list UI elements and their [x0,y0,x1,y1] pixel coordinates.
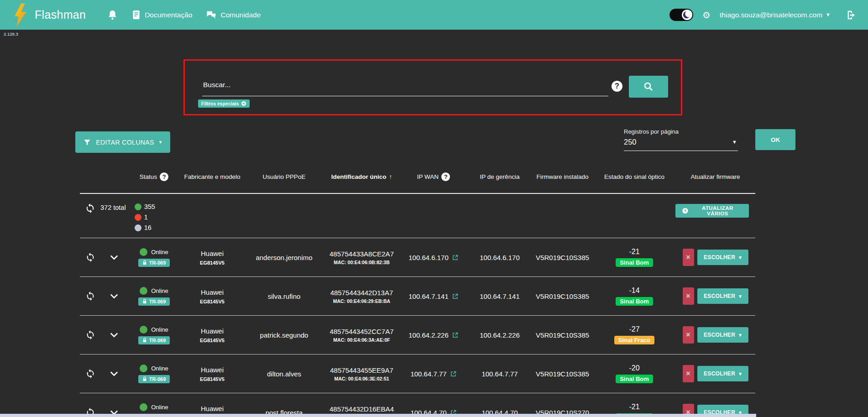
col-header-update[interactable]: Atualizar firmware [675,173,755,180]
row-expand-chevron-icon[interactable] [109,330,119,340]
total-count: 372 total [100,203,126,231]
tr069-label: TR-069 [149,376,166,382]
choose-label: ESCOLHER [704,293,735,299]
choose-firmware-button[interactable]: ESCOLHER ▾ [697,327,748,343]
bulk-update-label: ATUALIZAR VÁRIOS [693,205,743,216]
settings-gear-icon[interactable]: ⚙ [702,10,711,20]
search-button[interactable] [629,76,668,98]
row-expand-chevron-icon[interactable] [109,252,119,262]
signal-dbm: -20 [629,364,639,372]
row-refresh-button[interactable] [85,252,95,262]
remove-button[interactable]: × [683,365,694,382]
devices-table: Status ? Fabricante e modelo Usuário PPP… [80,161,755,417]
tr069-badge: TR-069 [138,375,170,383]
choose-firmware-button[interactable]: ESCOLHER ▾ [697,250,748,265]
status-label: Online [151,404,168,411]
mac-address: MAC: 00:E4:06:3A:AE:0F [333,337,390,343]
remove-button[interactable]: × [683,326,694,344]
flashman-logo-icon[interactable] [13,3,28,27]
online-dot [135,203,141,210]
signal-dbm: -21 [629,248,639,256]
row-refresh-button[interactable] [85,369,95,379]
table-row: Online TR-069 Huawei EG8145V5 anderson.j… [80,238,755,277]
col-ip-wan-label: IP WAN [417,173,439,180]
user-account-dropdown[interactable]: thiago.souza@brisatelecom.com ▼ [720,11,831,19]
status-label: Online [151,287,168,294]
ip-wan-value: 100.64.6.170 [408,254,449,261]
col-vendor-label: Fabricante e modelo [184,173,240,180]
serial-id: 48575443442D13A7 [330,289,393,297]
choose-firmware-button[interactable]: ESCOLHER ▾ [697,288,748,304]
brand-title: Flashman [35,8,86,21]
unstable-count: 16 [144,224,152,231]
remove-button[interactable]: × [683,287,694,305]
pppoe-user: dilton.alves [267,370,301,378]
ip-wan-value: 100.64.7.141 [408,292,449,300]
refresh-icon [85,291,95,301]
col-header-status[interactable]: Status ? [128,172,180,181]
bulk-update-button[interactable]: ATUALIZAR VÁRIOS [675,204,749,218]
refresh-all-button[interactable] [85,203,95,214]
horizontal-scrollbar[interactable] [0,414,756,417]
lock-icon [142,260,147,265]
col-header-serial[interactable]: Identificador único↑ [324,173,399,180]
vendor-name: Huawei [201,250,224,257]
status-label: Online [151,249,168,255]
col-header-ip-mgmt[interactable]: IP de gerência [468,173,532,180]
pppoe-user: silva.rufino [268,292,301,300]
remove-button[interactable]: × [683,249,694,266]
ok-button[interactable]: OK [755,129,795,150]
dark-mode-toggle[interactable] [669,9,693,21]
nav-documentation[interactable]: Documentação [132,10,192,20]
row-refresh-button[interactable] [85,291,95,301]
clock-icon [682,207,689,214]
records-per-page-value: 250 [624,138,637,146]
row-refresh-button[interactable] [85,330,95,340]
refresh-icon [85,203,95,214]
records-per-page-select[interactable]: Registros por página 250 ▼ [624,128,738,151]
external-link-icon[interactable] [452,293,459,300]
lock-icon [142,376,147,381]
signal-badge: Sinal Bom [616,375,653,383]
search-input[interactable] [202,77,608,96]
external-link-icon[interactable] [452,254,459,261]
search-field-wrap [202,77,608,96]
tr069-badge: TR-069 [138,259,170,267]
status-help-icon[interactable]: ? [160,172,168,181]
tr069-badge: TR-069 [138,297,170,306]
col-header-vendor[interactable]: Fabricante e modelo [180,173,244,180]
vendor-name: Huawei [201,327,224,335]
external-link-icon[interactable] [452,332,459,339]
choose-firmware-button[interactable]: ESCOLHER ▾ [697,366,748,381]
choose-label: ESCOLHER [704,254,735,261]
ip-wan-value: 100.64.2.226 [408,331,449,339]
choose-label: ESCOLHER [704,370,735,377]
ip-wan-help-icon[interactable]: ? [441,172,450,181]
col-header-firmware[interactable]: Firmware instalado [532,173,593,180]
col-serial-label: Identificador único [331,173,387,180]
col-header-pppoe[interactable]: Usuário PPPoE [244,173,324,180]
navbar-right-group: ⚙ thiago.souza@brisatelecom.com ▼ [669,9,856,21]
edit-columns-button[interactable]: EDITAR COLUNAS ▾ [75,131,170,153]
logout-icon[interactable] [846,10,856,20]
signal-dbm: -21 [629,403,639,411]
col-header-signal[interactable]: Estado do sinal óptico [593,173,675,180]
toggle-knob [682,10,692,20]
col-signal-label: Estado do sinal óptico [604,173,664,180]
special-filters-badge[interactable]: Filtros especiais [198,99,250,108]
mac-address: MAC: 00:E4:06:29:EB:BA [333,298,390,304]
external-link-icon[interactable] [450,370,457,377]
row-expand-chevron-icon[interactable] [109,369,119,379]
notifications-bell-icon[interactable] [108,10,117,20]
lock-icon [142,338,147,343]
nav-community[interactable]: Comunidade [206,10,261,20]
chevron-down-icon: ▼ [732,140,737,145]
search-help-icon[interactable]: ? [612,81,622,92]
col-header-ip-wan[interactable]: IP WAN ? [399,172,468,181]
chevron-down-icon: ▾ [739,255,742,260]
online-count: 355 [144,203,155,210]
unstable-dot [135,224,141,231]
row-expand-chevron-icon[interactable] [109,291,119,301]
ip-wan-value: 100.64.7.77 [410,370,446,378]
status-counts: 355 1 16 [135,203,155,231]
